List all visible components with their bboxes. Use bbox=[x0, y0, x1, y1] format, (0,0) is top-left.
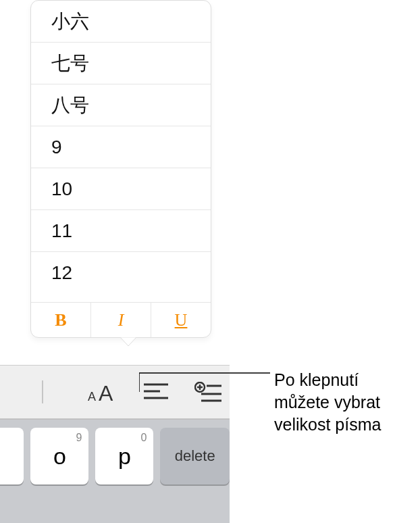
font-size-label: 12 bbox=[51, 262, 72, 284]
svg-text:A: A bbox=[88, 390, 96, 403]
popover-pointer-icon bbox=[120, 337, 136, 347]
font-size-item[interactable]: 小六 bbox=[31, 1, 211, 43]
bold-button[interactable]: B bbox=[31, 303, 91, 337]
keyboard: 9 o 0 p delete bbox=[0, 419, 230, 523]
format-toolbar: A A bbox=[0, 365, 230, 419]
underline-button[interactable]: U bbox=[151, 303, 211, 337]
font-size-popover: 小六 七号 八号 9 10 11 12 B I U bbox=[30, 0, 211, 338]
key-p[interactable]: 0 p bbox=[95, 428, 153, 484]
font-size-item[interactable]: 12 bbox=[31, 252, 211, 294]
font-size-item[interactable]: 八号 bbox=[31, 84, 211, 126]
key-delete[interactable]: delete bbox=[160, 428, 230, 484]
bold-icon: B bbox=[55, 310, 66, 330]
font-size-label: 八号 bbox=[51, 93, 89, 118]
font-size-label: 10 bbox=[51, 178, 72, 200]
caret-icon bbox=[42, 380, 43, 403]
callout-line-1: Po klepnutí bbox=[274, 369, 417, 391]
italic-button[interactable]: I bbox=[91, 303, 151, 337]
font-size-button[interactable]: A A bbox=[86, 376, 120, 407]
font-size-list: 小六 七号 八号 9 10 11 12 bbox=[31, 1, 211, 302]
key-label: p bbox=[118, 443, 131, 470]
alignment-icon bbox=[142, 382, 169, 402]
insert-list-button[interactable] bbox=[192, 376, 226, 407]
underline-icon: U bbox=[175, 310, 188, 330]
font-size-item[interactable]: 10 bbox=[31, 168, 211, 210]
font-size-item[interactable]: 9 bbox=[31, 126, 211, 168]
font-size-item[interactable]: 七号 bbox=[31, 43, 211, 84]
italic-icon: I bbox=[118, 310, 124, 330]
font-size-label: 11 bbox=[51, 220, 72, 242]
font-size-label: 七号 bbox=[51, 51, 89, 76]
font-size-label: 小六 bbox=[51, 9, 89, 34]
insert-list-icon bbox=[194, 382, 223, 402]
callout-line-3: velikost písma bbox=[274, 414, 417, 436]
callout-line-2: můžete vybrat bbox=[274, 391, 417, 414]
keyboard-row: 9 o 0 p delete bbox=[0, 428, 230, 484]
alignment-button[interactable] bbox=[139, 376, 173, 407]
key-label: o bbox=[53, 443, 66, 470]
key-o[interactable]: 9 o bbox=[30, 428, 88, 484]
key-label: delete bbox=[175, 447, 215, 465]
font-size-item[interactable]: 11 bbox=[31, 210, 211, 252]
key-partial[interactable] bbox=[0, 428, 24, 484]
style-row: B I U bbox=[31, 302, 211, 337]
svg-text:A: A bbox=[99, 381, 113, 403]
key-hint: 0 bbox=[140, 432, 147, 444]
font-size-label: 9 bbox=[51, 136, 62, 158]
font-size-icon: A A bbox=[88, 380, 119, 403]
key-hint: 9 bbox=[76, 432, 82, 444]
callout-text: Po klepnutí můžete vybrat velikost písma bbox=[274, 369, 417, 436]
